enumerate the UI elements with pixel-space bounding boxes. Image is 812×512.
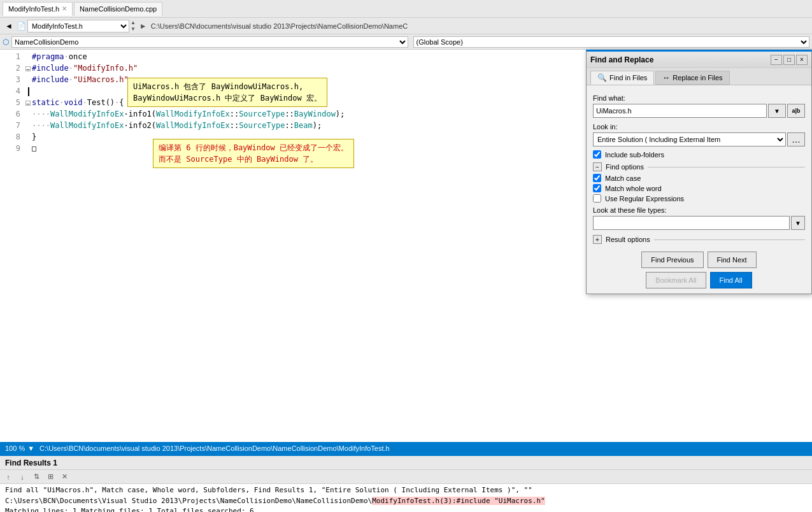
result-file-line: C:\Users\BCN\Documents\Visual Studio 201… [5, 496, 807, 507]
match-whole-word-checkbox[interactable] [593, 184, 601, 192]
use-regex-row: Use Regular Expressions [593, 194, 805, 203]
match-case-checkbox[interactable] [593, 174, 601, 182]
panel-icon-3[interactable]: ⇅ [31, 471, 42, 483]
find-options-section-header: − Find options [593, 162, 805, 171]
dialog-minimize-button[interactable]: − [771, 55, 782, 65]
find-options-label: Find options [606, 163, 644, 171]
file-types-dropdown-button[interactable]: ▼ [791, 216, 805, 230]
action-buttons-row1: Find Previous Find Next [593, 252, 805, 268]
panel-toolbar: ↑ ↓ ⇅ ⊞ ✕ [0, 470, 812, 484]
find-previous-button[interactable]: Find Previous [641, 252, 703, 268]
result-options-label: Result options [606, 236, 650, 243]
result-match-highlight: ModifyInfoTest.h(3):#include "UiMacros.h… [372, 497, 545, 505]
tab-label-2: NameCollisionDemo.cpp [80, 5, 157, 13]
dialog-controls: − □ × [771, 55, 808, 65]
panel-title: Find Results 1 [0, 456, 812, 470]
find-input-row: ▼ a|b [593, 104, 805, 118]
path-display: C:\Users\BCN\documents\visual studio 201… [151, 22, 408, 30]
find-options-toggle[interactable]: − [593, 162, 602, 171]
match-whole-word-label[interactable]: Match whole word [605, 185, 662, 192]
tab-label-1: ModifyInfoTest.h [8, 5, 59, 13]
find-results-panel: Find Results 1 ↑ ↓ ⇅ ⊞ ✕ Find all "UiMac… [0, 455, 812, 512]
find-options-divider [648, 167, 805, 167]
tooltip-2: 编译第 6 行的时候，BayWindow 已经变成了一个宏。 而不是 Sourc… [153, 139, 354, 168]
find-what-label: Find what: [593, 94, 805, 102]
result-options-divider [654, 239, 805, 240]
file-icon: 📄 [17, 22, 26, 31]
find-regex-button[interactable]: a|b [787, 104, 805, 118]
find-all-button[interactable]: Find All [710, 272, 752, 288]
result-options-toggle[interactable]: + [593, 235, 602, 244]
status-bar: 100 % ▼ C:\Users\BCN\documents\visual st… [0, 442, 812, 455]
tooltip-1: UiMacros.h 包含了 BayWindowUiMacros.h, BayW… [127, 78, 327, 107]
panel-content: Find all "UiMacros.h", Match case, Whole… [0, 484, 812, 512]
use-regex-checkbox[interactable] [593, 194, 601, 203]
file-dropdown[interactable]: ModifyInfoTest.h [27, 20, 129, 32]
collapse-icon[interactable]: − [25, 66, 31, 71]
look-in-browse-button[interactable]: … [787, 132, 805, 146]
match-case-label[interactable]: Match case [605, 174, 641, 182]
tab-find-in-files[interactable]: 🔍 Find in Files [590, 71, 654, 85]
find-replace-dialog: Find and Replace − □ × 🔍 Find in Files ↔… [586, 50, 812, 294]
result-summary-line: Find all "UiMacros.h", Match case, Whole… [5, 485, 807, 496]
context-dropdown[interactable]: NameCollisionDemo [11, 36, 408, 48]
look-in-row: Entire Solution ( Including External Ite… [593, 132, 805, 146]
zoom-level: 100 % [5, 444, 25, 452]
include-subfolders-row: Include sub-folders [593, 150, 805, 159]
toolbar-secondary: ⬡ NameCollisionDemo (Global Scope) [0, 34, 812, 50]
panel-icon-1[interactable]: ↑ [3, 471, 14, 483]
result-stats-line: Matching lines: 1 Matching files: 1 Tota… [5, 506, 807, 512]
panel-close-button[interactable]: ✕ [59, 471, 70, 483]
result-options-section-header: + Result options [593, 235, 805, 244]
include-subfolders-checkbox[interactable] [593, 150, 601, 159]
find-next-button[interactable]: Find Next [708, 252, 757, 268]
tab-modifyinfotest[interactable]: ModifyInfoTest.h ✕ [3, 2, 73, 16]
dialog-restore-button[interactable]: □ [783, 55, 795, 65]
panel-icon-4[interactable]: ⊞ [45, 471, 56, 483]
panel-icon-2[interactable]: ↓ [17, 471, 28, 483]
toolbar-main: ◄ 📄 ModifyInfoTest.h ▲ ▼ ► C:\Users\BCN\… [0, 18, 812, 34]
dialog-title-bar[interactable]: Find and Replace − □ × [587, 52, 811, 68]
nav-arrows[interactable]: ▲ ▼ [131, 20, 136, 32]
replace-icon: ↔ [662, 73, 670, 82]
zoom-area[interactable]: 100 % ▼ [5, 444, 34, 452]
file-types-input[interactable] [593, 216, 790, 230]
main-area: 1 #pragma·once 2 − #include·"ModifyInfo.… [0, 50, 812, 442]
title-bar: ModifyInfoTest.h ✕ NameCollisionDemo.cpp [0, 0, 812, 18]
find-input[interactable] [593, 104, 767, 118]
tab-close-1[interactable]: ✕ [62, 5, 67, 12]
binoculars-icon: 🔍 [597, 73, 607, 82]
nav-back-icon[interactable]: ◄ [3, 22, 15, 31]
dialog-close-button[interactable]: × [796, 55, 808, 65]
collapse-icon2[interactable]: − [25, 101, 31, 106]
bookmark-all-button[interactable]: Bookmark All [646, 272, 706, 288]
match-case-row: Match case [593, 174, 805, 182]
tab-replace-in-files[interactable]: ↔ Replace in Files [655, 71, 729, 85]
use-regex-label[interactable]: Use Regular Expressions [605, 195, 684, 203]
toolbar2-icon: ⬡ [3, 38, 9, 46]
dialog-body: Find what: ▼ a|b Look in: Entire Solutio… [587, 85, 811, 294]
file-types-row: ▼ [593, 216, 805, 230]
include-subfolders-label[interactable]: Include sub-folders [605, 151, 664, 159]
look-in-label: Look in: [593, 123, 805, 131]
dialog-tabs: 🔍 Find in Files ↔ Replace in Files [587, 68, 811, 85]
nav-fwd-icon[interactable]: ► [137, 22, 150, 31]
file-types-label: Look at these file types: [593, 206, 805, 214]
tab-namecollision[interactable]: NameCollisionDemo.cpp [74, 2, 162, 16]
zoom-dropdown-icon[interactable]: ▼ [27, 444, 34, 452]
action-buttons-row2: Bookmark All Find All [593, 272, 805, 288]
status-bar-path: C:\Users\BCN\documents\visual studio 201… [39, 444, 390, 452]
find-dropdown-button[interactable]: ▼ [768, 104, 786, 118]
dialog-title: Find and Replace [590, 55, 653, 64]
match-whole-word-row: Match whole word [593, 184, 805, 192]
scope-dropdown[interactable]: (Global Scope) [413, 36, 810, 48]
look-in-dropdown[interactable]: Entire Solution ( Including External Ite… [593, 132, 786, 146]
